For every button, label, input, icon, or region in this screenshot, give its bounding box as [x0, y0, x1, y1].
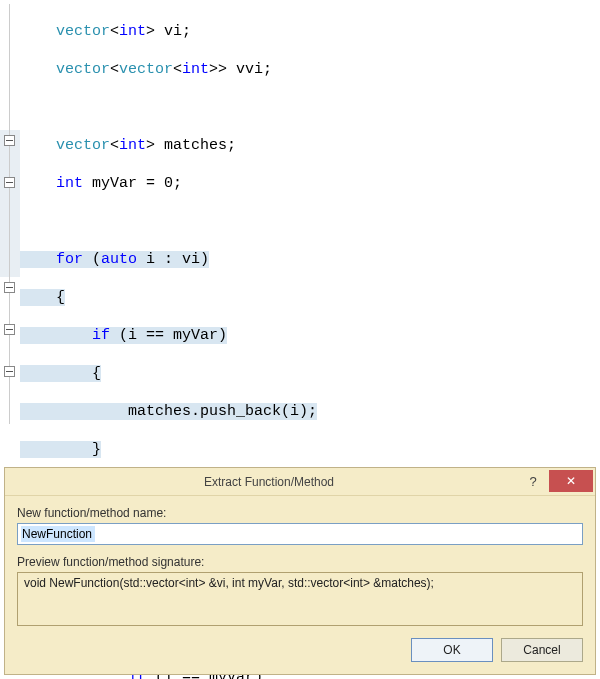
code-editor[interactable]: vector<int> vi; vector<vector<int>> vvi;…	[0, 0, 600, 500]
function-name-input[interactable]	[17, 523, 583, 545]
preview-label: Preview function/method signature:	[17, 555, 583, 569]
signature-preview: void NewFunction(std::vector<int> &vi, i…	[17, 572, 583, 626]
fold-gutter	[0, 0, 20, 500]
code-area[interactable]: vector<int> vi; vector<vector<int>> vvi;…	[20, 0, 600, 500]
fold-toggle[interactable]	[4, 282, 15, 293]
ok-button[interactable]: OK	[411, 638, 493, 662]
fold-toggle[interactable]	[4, 366, 15, 377]
name-label: New function/method name:	[17, 506, 583, 520]
extract-function-dialog: Extract Function/Method ? ✕ New function…	[4, 467, 596, 675]
dialog-title: Extract Function/Method	[21, 475, 517, 489]
cancel-button[interactable]: Cancel	[501, 638, 583, 662]
fold-toggle[interactable]	[4, 324, 15, 335]
close-button[interactable]: ✕	[549, 470, 593, 492]
help-button[interactable]: ?	[517, 470, 549, 494]
fold-toggle[interactable]	[4, 135, 15, 146]
dialog-titlebar[interactable]: Extract Function/Method ? ✕	[5, 468, 595, 496]
fold-toggle[interactable]	[4, 177, 15, 188]
